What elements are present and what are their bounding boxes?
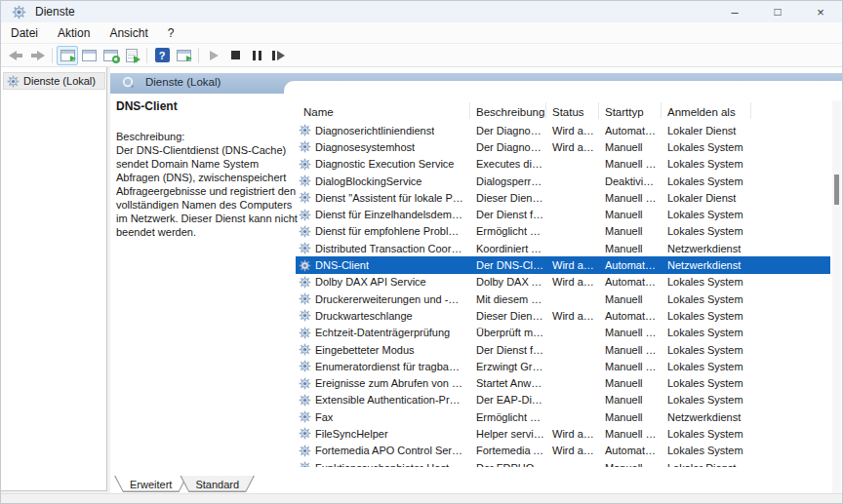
scrollbar-thumb[interactable] — [834, 174, 839, 205]
description-text: Der DNS-Clientdienst (DNS-Cache) sendet … — [116, 144, 298, 238]
export-list-icon[interactable] — [121, 46, 142, 65]
service-description-cell: Dieser Dienst s… — [469, 310, 545, 322]
service-starttype-cell: Deaktivi… — [598, 175, 661, 187]
service-starttype-cell: Manuell — [598, 394, 661, 406]
show-console-tree-icon[interactable] — [57, 46, 78, 65]
tab-standard[interactable]: Standard — [180, 476, 255, 492]
service-description-cell: Helper service … — [469, 428, 545, 440]
column-separator[interactable] — [661, 102, 662, 119]
table-row[interactable]: Diagnostic Execution ServiceExecutes dia… — [296, 156, 830, 173]
service-name-cell: Diagnosesystemhost — [296, 140, 469, 153]
tab-erweitert[interactable]: Erweitert — [114, 476, 187, 492]
service-name-cell: Druckererweiterungen und -… — [296, 292, 469, 305]
table-row[interactable]: DialogBlockingServiceDialogsperrdie…Deak… — [296, 173, 830, 189]
service-logonas-cell: Lokaler Dienst — [661, 192, 750, 204]
service-status-cell: Wird au… — [545, 445, 598, 456]
service-status-cell: Wird au… — [545, 259, 598, 271]
service-status-cell: Wird au… — [545, 428, 598, 440]
selected-service-name: DNS-Client — [116, 99, 298, 113]
help-icon[interactable]: ? — [151, 46, 173, 65]
services-window: Dienste – □ × Datei Aktion Ansicht ? ? — [0, 0, 843, 504]
service-description-cell: Dialogsperrdie… — [469, 175, 545, 187]
table-row[interactable]: DruckwarteschlangeDieser Dienst s…Wird a… — [296, 307, 830, 324]
service-name-cell: Funktionssuchanbieter-Host — [296, 461, 469, 467]
service-gear-icon — [299, 309, 311, 322]
refresh-icon[interactable] — [100, 46, 121, 65]
service-logonas-cell: Lokales System — [661, 175, 750, 187]
table-row[interactable]: Extensible Authentication-Pr…Der EAP-Die… — [296, 392, 830, 408]
start-service-icon[interactable] — [203, 46, 224, 65]
column-separator[interactable] — [750, 102, 751, 119]
service-name-cell: Fortemedia APO Control Ser… — [296, 445, 469, 457]
service-gear-icon — [299, 377, 311, 390]
tree-item-dienste-lokal[interactable]: Dienste (Lokal) — [3, 72, 105, 90]
menu-datei[interactable]: Datei — [1, 22, 48, 43]
service-description-cell: Ermöglicht das… — [469, 411, 545, 423]
table-row[interactable]: FileSyncHelperHelper service …Wird au…Ma… — [296, 425, 830, 442]
service-name-cell: Extensible Authentication-Pr… — [296, 394, 469, 407]
menu-aktion[interactable]: Aktion — [48, 22, 100, 43]
service-name-cell: Dolby DAX API Service — [296, 276, 469, 289]
services-ring-icon — [122, 76, 136, 90]
service-name-cell: DNS-Client — [296, 259, 469, 272]
column-header-starttyp[interactable]: Starttyp — [598, 106, 661, 118]
pause-service-icon[interactable] — [246, 46, 267, 65]
service-starttype-cell: Manuell — [598, 225, 661, 237]
close-button[interactable]: × — [799, 1, 842, 22]
table-row[interactable]: DiagnoserichtliniendienstDer Diagnoseri…… — [296, 122, 830, 138]
table-row[interactable]: Eingebetteter ModusDer Dienst für …Manue… — [296, 341, 830, 358]
view-tab-strip: Erweitert Standard — [114, 476, 255, 493]
pane-header-title: Dienste (Lokal) — [145, 76, 221, 88]
forward-icon[interactable] — [26, 46, 48, 65]
service-starttype-cell: Manuell … — [598, 428, 661, 440]
stop-service-icon[interactable] — [224, 46, 246, 65]
service-starttype-cell: Automat… — [598, 310, 661, 322]
show-action-pane-icon[interactable] — [173, 46, 194, 65]
service-gear-icon — [299, 140, 311, 153]
column-header-beschreibung[interactable]: Beschreibung — [469, 106, 545, 118]
table-row[interactable]: Dolby DAX API ServiceDolby DAX API …Wird… — [296, 274, 830, 291]
column-separator[interactable] — [598, 102, 599, 119]
service-gear-icon — [299, 394, 311, 407]
minimize-button[interactable]: – — [713, 1, 756, 22]
table-row[interactable]: Dienst für empfohlene Probl…Ermöglicht d… — [296, 223, 830, 240]
service-name-cell: Distributed Transaction Coor… — [296, 242, 469, 254]
column-header-name[interactable]: Name — [296, 106, 469, 118]
table-row[interactable]: Ereignisse zum Abrufen von …Startet Anwe… — [296, 374, 830, 391]
service-gear-icon — [299, 242, 311, 254]
table-row[interactable]: Dienst für Einzelhandelsdem…Der Dienst f… — [296, 206, 830, 222]
service-starttype-cell: Manuell — [598, 377, 661, 389]
table-row[interactable]: Funktionssuchanbieter-HostDer FDPHOST-…M… — [296, 459, 830, 467]
table-row[interactable]: DNS-ClientDer DNS-Clien…Wird au…Automat…… — [296, 256, 830, 273]
column-header-anmelden-als[interactable]: Anmelden als — [661, 106, 750, 118]
column-separator[interactable] — [469, 102, 470, 119]
table-row[interactable]: FaxErmöglicht das…ManuellNetzwerkdienst — [296, 408, 830, 425]
service-starttype-cell: Manuell — [598, 141, 661, 153]
table-row[interactable]: Fortemedia APO Control Ser…Fortemedia AP… — [296, 443, 830, 459]
service-gear-icon — [299, 327, 311, 339]
service-logonas-cell: Lokaler Dienst — [661, 462, 750, 467]
list-header: Name Beschreibung Status Starttyp Anmeld… — [296, 101, 830, 122]
maximize-button[interactable]: □ — [756, 1, 799, 22]
column-separator[interactable] — [545, 102, 546, 119]
services-table-body: DiagnoserichtliniendienstDer Diagnoseri…… — [296, 122, 830, 467]
properties-window-icon[interactable] — [78, 46, 100, 65]
service-logonas-cell: Lokaler Dienst — [661, 125, 750, 136]
vertical-scrollbar[interactable] — [832, 95, 841, 493]
column-header-status[interactable]: Status — [545, 106, 598, 118]
back-icon[interactable] — [5, 46, 26, 65]
service-description-cell: Der Dienst für … — [469, 209, 545, 220]
table-row[interactable]: Enumeratordienst für tragba…Erzwingt Gru… — [296, 358, 830, 374]
service-gear-icon — [299, 360, 311, 372]
restart-service-icon[interactable] — [267, 46, 289, 65]
table-row[interactable]: DiagnosesystemhostDer Diagnoses…Wird au…… — [296, 138, 830, 155]
table-row[interactable]: Druckererweiterungen und -…Mit diesem Di… — [296, 291, 830, 307]
table-row[interactable]: Dienst "Assistent für lokale P…Dieser Di… — [296, 189, 830, 206]
menu-ansicht[interactable]: Ansicht — [100, 22, 157, 43]
tree-item-label: Dienste (Lokal) — [23, 75, 96, 87]
service-starttype-cell: Automat… — [598, 445, 661, 456]
table-row[interactable]: Echtzeit-DatenträgerprüfungÜberprüft mög… — [296, 325, 830, 341]
menu-help[interactable]: ? — [158, 22, 184, 43]
table-row[interactable]: Distributed Transaction Coor…Koordiniert… — [296, 240, 830, 256]
service-starttype-cell: Manuell … — [598, 192, 661, 204]
